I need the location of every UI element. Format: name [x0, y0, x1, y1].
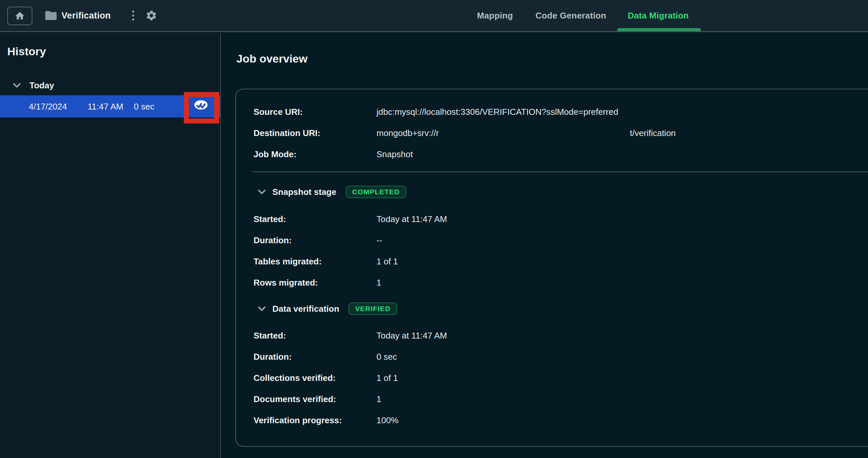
stat-value: 1 [376, 394, 381, 404]
section-data-verification[interactable]: Data verification VERIFIED [236, 298, 868, 319]
stat-value: 1 of 1 [376, 256, 398, 267]
stat-label: Duration: [253, 235, 376, 246]
tab-mapping[interactable]: Mapping [477, 0, 513, 31]
data-verification-rows: Started: Today at 11:47 AM Duration: 0 s… [236, 325, 868, 431]
history-row-selected[interactable]: 4/17/2024 11:47 AM 0 sec [0, 95, 220, 117]
stat-value: 100% [376, 415, 399, 426]
uri-prefix: mongodb+srv://r [376, 128, 439, 138]
chevron-down-icon [258, 190, 266, 195]
tab-data-migration[interactable]: Data Migration [628, 0, 689, 31]
job-duration: 0 sec [134, 101, 154, 112]
field-label: Job Mode: [253, 149, 376, 160]
page-title: Job overview [236, 52, 307, 65]
field-job-mode: Job Mode: Snapshot [236, 144, 868, 165]
stat-row: Verification progress: 100% [236, 410, 868, 431]
home-icon [14, 10, 25, 21]
stat-label: Collections verified: [253, 373, 376, 383]
history-title: History [7, 45, 46, 58]
history-group-today[interactable]: Today [0, 79, 220, 92]
home-button[interactable] [7, 7, 32, 25]
divider [252, 171, 868, 172]
stat-row: Tables migrated: 1 of 1 [236, 251, 868, 272]
stat-row: Documents verified: 1 [236, 389, 868, 410]
field-source-uri: Source URI: jdbc:mysql://localhost:3306/… [236, 101, 868, 122]
main-panel: Job overview Source URI: jdbc:mysql://lo… [221, 33, 868, 458]
stat-label: Tables migrated: [253, 256, 376, 267]
stat-label: Started: [253, 331, 376, 341]
field-destination-uri: Destination URI: mongodb+srv://rt/verifi… [236, 122, 868, 144]
chevron-down-icon [13, 83, 21, 88]
top-bar: Verification Mapping Code Generation Dat… [0, 0, 868, 32]
job-date: 4/17/2024 [29, 101, 67, 112]
snapshot-stage-rows: Started: Today at 11:47 AM Duration: -- … [236, 208, 868, 293]
chevron-down-icon [258, 307, 266, 311]
stat-label: Documents verified: [253, 394, 376, 404]
stat-label: Duration: [253, 352, 376, 362]
stat-row: Duration: -- [236, 230, 868, 251]
stat-row: Started: Today at 11:47 AM [236, 325, 868, 346]
group-label: Today [29, 80, 54, 91]
folder-icon [45, 10, 57, 21]
history-sidebar: History Today 4/17/2024 11:47 AM 0 sec [0, 33, 221, 458]
stat-value: 0 sec [376, 352, 397, 362]
stat-label: Verification progress: [253, 415, 376, 426]
gear-icon[interactable] [146, 9, 157, 22]
double-check-icon [194, 100, 208, 111]
stat-value: -- [376, 235, 382, 246]
stat-row: Collections verified: 1 of 1 [236, 367, 868, 389]
tab-code-generation[interactable]: Code Generation [535, 0, 606, 31]
stat-value: 1 of 1 [376, 373, 398, 383]
section-title: Snapshot stage [272, 187, 337, 197]
job-time: 11:47 AM [88, 101, 123, 112]
section-title: Data verification [272, 304, 339, 314]
status-badge-completed: COMPLETED [346, 185, 407, 198]
stat-value: Today at 11:47 AM [376, 331, 447, 341]
field-value: mongodb+srv://rt/verification [376, 128, 676, 138]
active-tab-underline [617, 28, 701, 31]
kebab-menu-icon[interactable] [130, 9, 137, 22]
status-badge-verified: VERIFIED [348, 303, 397, 315]
field-label: Source URI: [253, 107, 376, 117]
stat-row: Started: Today at 11:47 AM [236, 208, 868, 230]
field-label: Destination URI: [253, 128, 376, 138]
section-snapshot-stage[interactable]: Snapshot stage COMPLETED [236, 181, 868, 203]
job-overview-card: Source URI: jdbc:mysql://localhost:3306/… [235, 89, 868, 447]
stat-label: Rows migrated: [253, 278, 376, 288]
stat-value: Today at 11:47 AM [376, 214, 447, 224]
field-value: jdbc:mysql://localhost:3306/VERIFICATION… [376, 107, 618, 117]
stat-row: Duration: 0 sec [236, 346, 868, 367]
field-value: Snapshot [376, 149, 413, 160]
uri-suffix: t/verification [630, 128, 676, 138]
stat-value: 1 [376, 278, 381, 288]
stat-label: Started: [253, 214, 376, 224]
stat-row: Rows migrated: 1 [236, 272, 868, 293]
project-title: Verification [61, 10, 111, 21]
